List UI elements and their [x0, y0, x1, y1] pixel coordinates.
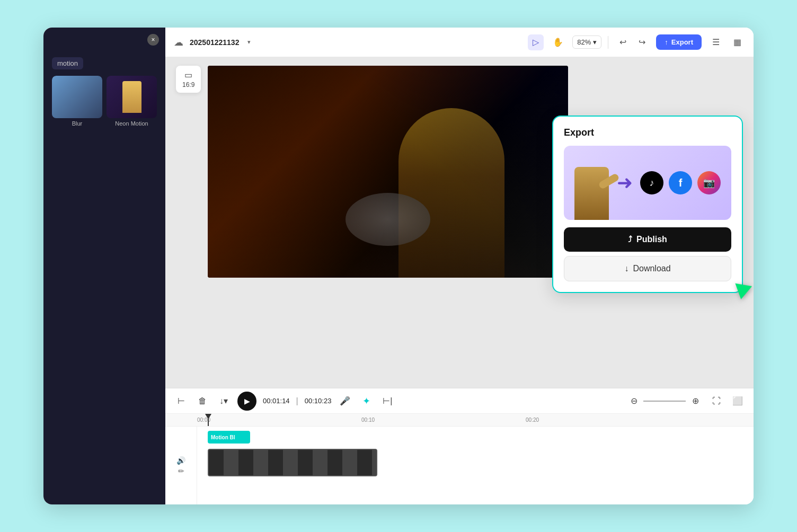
timeline-toolbar: ⊢ 🗑 ↓▾ ▶ 00:01:14 | 00:10:23 🎤 ✦ ⊢| ⊖ ⊕ …: [165, 388, 754, 414]
total-time: 00:10:23: [305, 397, 332, 405]
ratio-icon: ▭: [182, 70, 194, 80]
motion-blur-clip[interactable]: Motion Bl: [208, 431, 250, 444]
export-button[interactable]: ↑ Export: [656, 34, 702, 50]
sidebar-item-blur[interactable]: Blur: [52, 76, 102, 129]
fullscreen-button[interactable]: ⛶: [709, 394, 724, 409]
publish-icon: ⤴: [628, 235, 632, 244]
banner-arrow-icon: ➜: [617, 172, 633, 194]
zoom-out-button[interactable]: ⊖: [626, 394, 641, 409]
app-container: × motion Blur Neon Motion ☁ 202501221132…: [43, 28, 754, 504]
header-right-icons: ☰ ▦: [708, 34, 745, 50]
export-clip-button[interactable]: ↓▾: [216, 394, 231, 409]
export-icon: ↑: [665, 38, 668, 46]
timeline: ⊢ 🗑 ↓▾ ▶ 00:01:14 | 00:10:23 🎤 ✦ ⊢| ⊖ ⊕ …: [165, 388, 754, 504]
redo-button[interactable]: ↪: [634, 34, 650, 50]
time-separator: |: [296, 396, 298, 406]
download-icon: ↓: [624, 264, 628, 273]
sidebar: × motion Blur Neon Motion: [43, 28, 165, 504]
header: ☁ 202501221132 ▾ ▷ ✋ 82% ▾ ↩ ↪ ↑ Export: [165, 28, 754, 57]
zoom-control[interactable]: 82% ▾: [572, 36, 601, 49]
play-button[interactable]: ▶: [237, 392, 256, 411]
video-clip-frames: [209, 450, 376, 475]
select-tool-button[interactable]: ▷: [528, 34, 544, 50]
tiktok-icon: ♪: [640, 171, 663, 194]
playhead[interactable]: [208, 414, 209, 426]
export-popup-title: Export: [564, 127, 731, 138]
undo-button[interactable]: ↩: [615, 34, 631, 50]
facebook-icon: f: [669, 171, 692, 194]
zoom-in-button[interactable]: ⊕: [688, 394, 703, 409]
video-clip[interactable]: [208, 449, 377, 476]
current-time: 00:01:14: [263, 397, 290, 405]
sidebar-item-label-neon: Neon Motion: [107, 120, 157, 129]
motion-blur-clip-label: Motion Bl: [211, 435, 235, 440]
export-banner: ➜ ♪ f 📷: [564, 146, 731, 220]
timeline-zoom-controls: ⊖ ⊕: [626, 394, 703, 409]
split-tool-button[interactable]: ⊢: [174, 394, 189, 409]
banner-social-icons: ♪ f 📷: [640, 171, 721, 194]
playhead-triangle: [205, 414, 211, 419]
video-track: [197, 448, 754, 477]
timeline-tracks: 🔊 ✏ Motion Bl: [165, 427, 754, 504]
download-label: Download: [633, 264, 670, 273]
sidebar-close-button[interactable]: ×: [147, 34, 159, 46]
zoom-level: 82%: [577, 38, 591, 46]
ruler-tick-1: 00:10: [361, 417, 375, 423]
zoom-dropdown-icon: ▾: [593, 38, 597, 46]
video-overlay: [208, 66, 568, 278]
aspect-ratio-button[interactable]: ▭ 16:9: [176, 66, 201, 93]
ruler-tick-2: 00:20: [526, 417, 539, 423]
sidebar-item-neon-motion[interactable]: Neon Motion: [107, 76, 157, 129]
hand-tool-button[interactable]: ✋: [550, 34, 566, 50]
video-background: [208, 66, 568, 278]
header-divider: [608, 36, 608, 49]
panel-toggle-button[interactable]: ▦: [729, 34, 745, 50]
banner-figure: [574, 167, 609, 220]
volume-icon[interactable]: 🔊: [176, 456, 185, 465]
export-label: Export: [671, 38, 693, 46]
publish-button[interactable]: ⤴ Publish: [564, 227, 731, 252]
header-tools: ▷ ✋ 82% ▾ ↩ ↪: [528, 34, 650, 50]
sidebar-search-tag: motion: [52, 57, 83, 69]
undo-redo-group: ↩ ↪: [615, 34, 650, 50]
publish-label: Publish: [636, 235, 667, 244]
magic-button[interactable]: ✦: [359, 394, 374, 409]
layout-toggle-button[interactable]: ☰: [708, 34, 724, 50]
track-controls: 🔊 ✏: [165, 427, 197, 504]
delete-clip-button[interactable]: 🗑: [195, 394, 210, 409]
project-name: 202501221132: [190, 38, 239, 47]
video-preview: [208, 66, 568, 278]
canvas-area: ▭ 16:9 Export ➜ ♪: [165, 57, 754, 388]
timeline-ruler: 00:00 00:10 00:20: [165, 414, 754, 427]
mic-button[interactable]: 🎤: [338, 394, 352, 409]
instagram-icon: 📷: [697, 171, 721, 194]
motion-blur-track: Motion Bl: [197, 429, 754, 448]
cloud-icon: ☁: [174, 37, 183, 48]
ratio-label: 16:9: [182, 81, 194, 88]
split-button-2[interactable]: ⊢|: [380, 394, 395, 409]
sidebar-grid: Blur Neon Motion: [43, 76, 165, 129]
sidebar-item-label-blur: Blur: [52, 120, 102, 129]
caption-button[interactable]: ⬜: [730, 394, 745, 409]
cursor-arrow: [735, 278, 754, 299]
edit-icon[interactable]: ✏: [178, 467, 184, 475]
zoom-slider[interactable]: [643, 401, 686, 402]
main-area: ☁ 202501221132 ▾ ▷ ✋ 82% ▾ ↩ ↪ ↑ Export: [165, 28, 754, 504]
project-dropdown-icon[interactable]: ▾: [247, 39, 251, 46]
export-popup: Export ➜ ♪ f 📷 ⤴ Publish: [552, 116, 743, 293]
download-button[interactable]: ↓ Download: [564, 256, 731, 281]
